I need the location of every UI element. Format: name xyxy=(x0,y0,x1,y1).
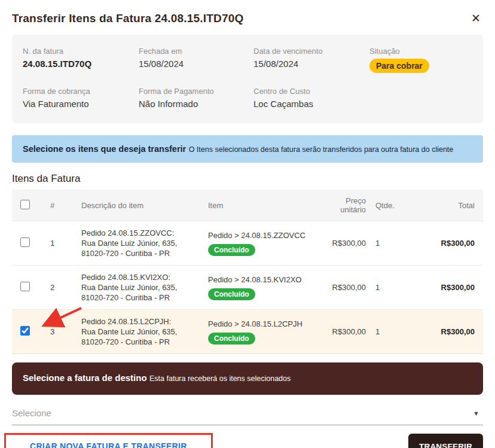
row-checkbox[interactable] xyxy=(20,326,30,336)
column-header-total: Total xyxy=(417,190,483,221)
field-label: Forma de cobrança xyxy=(23,87,139,96)
quantity: 1 xyxy=(371,310,417,354)
column-header-desc: Descrição do item xyxy=(77,190,203,221)
item-description: Pedido 24.08.15.KVI2XO: Rua Dante Luiz J… xyxy=(81,272,198,303)
destination-invoice-select[interactable]: Selecione ▼ xyxy=(12,408,483,425)
chevron-down-icon: ▼ xyxy=(473,410,483,417)
row-checkbox[interactable] xyxy=(20,237,30,247)
invoice-items-table: # Descrição do item Item Preço unitário … xyxy=(12,190,483,354)
select-placeholder: Selecione xyxy=(12,408,51,418)
modal-title: Transferir Itens da Fatura 24.08.15.ITD7… xyxy=(12,12,244,25)
transfer-button[interactable]: TRANSFERIR xyxy=(408,434,483,448)
field-label: Data de vencimento xyxy=(253,47,369,56)
row-total: R$300,00 xyxy=(417,266,483,310)
unit-price: R$300,00 xyxy=(316,221,371,266)
row-number: 2 xyxy=(45,266,77,310)
transfer-items-modal: Transferir Itens da Fatura 24.08.15.ITD7… xyxy=(0,0,495,448)
unit-price: R$300,00 xyxy=(316,310,371,354)
column-header-price: Preço unitário xyxy=(316,190,371,221)
create-new-invoice-button[interactable]: CRIAR NOVA FATURA E TRANSFERIR xyxy=(6,435,211,448)
field-label: N. da fatura xyxy=(23,47,139,56)
row-total: R$300,00 xyxy=(417,310,483,354)
item-reference: Pedido > 24.08.15.L2CPJH xyxy=(208,319,311,328)
status-badge: Para cobrar xyxy=(369,59,429,73)
items-section-title: Itens da Fatura xyxy=(12,173,483,185)
item-description: Pedido 24.08.15.L2CPJH: Rua Dante Luiz J… xyxy=(81,316,198,347)
quantity: 1 xyxy=(371,221,417,266)
column-header-qty: Qtde. xyxy=(371,190,417,221)
notice-title: Selecione a fatura de destino xyxy=(23,373,147,383)
item-description: Pedido 24.08.15.ZZOVCC: Rua Dante Luiz J… xyxy=(81,228,198,258)
field-billing-method: Forma de cobrança Via Faturamento xyxy=(23,87,139,109)
red-highlight-annotation: CRIAR NOVA FATURA E TRANSFERIR xyxy=(4,433,213,448)
modal-header: Transferir Itens da Fatura 24.08.15.ITD7… xyxy=(12,0,483,35)
item-status-badge: Concluído xyxy=(208,288,255,300)
select-items-notice: Selecione os itens que deseja transferir… xyxy=(12,135,483,163)
field-label: Forma de Pagamento xyxy=(139,87,253,96)
row-total: R$300,00 xyxy=(417,221,483,266)
select-all-checkbox[interactable] xyxy=(20,200,30,209)
item-reference: Pedido > 24.08.15.ZZOVCC xyxy=(208,231,311,240)
field-value: 24.08.15.ITD70Q xyxy=(23,59,139,69)
field-label: Situação xyxy=(369,47,472,56)
field-payment-method: Forma de Pagamento Não Informado xyxy=(139,87,253,109)
table-row: 2 Pedido 24.08.15.KVI2XO: Rua Dante Luiz… xyxy=(12,266,483,310)
notice-subtitle: Esta fatura receberá os itens selecionad… xyxy=(149,374,291,383)
field-value: Loc Caçambas xyxy=(253,99,369,109)
field-value: 15/08/2024 xyxy=(139,59,253,69)
close-icon[interactable]: ✕ xyxy=(469,11,483,25)
invoice-summary-card: N. da fatura 24.08.15.ITD70Q Fechada em … xyxy=(12,35,483,123)
field-status: Situação Para cobrar xyxy=(369,47,472,73)
item-reference: Pedido > 24.08.15.KVI2XO xyxy=(208,275,311,284)
field-label: Fechada em xyxy=(139,47,253,56)
table-row: 1 Pedido 24.08.15.ZZOVCC: Rua Dante Luiz… xyxy=(12,221,483,266)
destination-notice: Selecione a fatura de destino Esta fatur… xyxy=(12,362,483,395)
field-value: Via Faturamento xyxy=(23,99,139,109)
field-label: Centro de Custo xyxy=(253,87,369,96)
modal-footer: CRIAR NOVA FATURA E TRANSFERIR TRANSFERI… xyxy=(12,433,483,448)
table-row-selected: 3 Pedido 24.08.15.L2CPJH: Rua Dante Luiz… xyxy=(12,310,483,354)
row-number: 3 xyxy=(45,310,77,354)
field-value: Não Informado xyxy=(139,99,253,109)
field-closed-at: Fechada em 15/08/2024 xyxy=(139,47,253,73)
quantity: 1 xyxy=(371,266,417,310)
item-status-badge: Concluído xyxy=(208,333,255,345)
notice-title: Selecione os itens que deseja transferir xyxy=(23,144,186,154)
field-cost-center: Centro de Custo Loc Caçambas xyxy=(253,87,369,109)
table-header-row: # Descrição do item Item Preço unitário … xyxy=(12,190,483,221)
field-due-date: Data de vencimento 15/08/2024 xyxy=(253,47,369,73)
field-invoice-number: N. da fatura 24.08.15.ITD70Q xyxy=(23,47,139,73)
notice-subtitle: O Itens selecionados desta fatura serão … xyxy=(189,145,454,154)
field-value: 15/08/2024 xyxy=(253,59,369,69)
column-header-item: Item xyxy=(203,190,316,221)
row-number: 1 xyxy=(45,221,77,266)
unit-price: R$300,00 xyxy=(316,266,371,310)
item-status-badge: Concluído xyxy=(208,244,255,256)
column-header-num: # xyxy=(45,190,77,221)
row-checkbox[interactable] xyxy=(20,282,30,291)
